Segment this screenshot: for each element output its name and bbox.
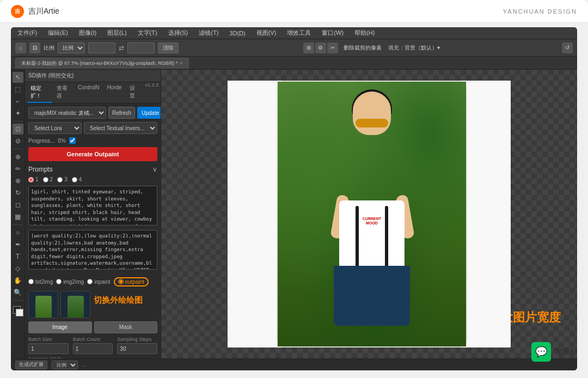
switch-annotation-text: 切换外绘绘图 (94, 295, 143, 306)
fill-label: 删除裁剪的像素 (344, 44, 382, 52)
mask-tab-button[interactable]: Mask (94, 321, 158, 333)
person-sunglasses (356, 119, 388, 127)
menu-help[interactable]: 帮助(H) (352, 29, 377, 37)
tool-gradient[interactable]: ▦ (13, 211, 23, 222)
thumbnail-1[interactable] (28, 291, 58, 318)
ratio-status-select[interactable]: 比例 (52, 361, 78, 369)
tool-lasso[interactable]: ⌐ (13, 96, 23, 107)
lora-row: Select Lora Select Textual Invers... (28, 122, 157, 134)
brand-tagline: YANCHUAN DESIGN (503, 8, 577, 15)
prompt-num-2[interactable]: 2 (43, 176, 53, 182)
height-toolbar-input[interactable] (127, 42, 155, 53)
wechat-badge: 💬 智设AI (531, 342, 577, 362)
menu-select[interactable]: 选择(S) (166, 29, 191, 37)
brand-left: 吉 吉川Artie (11, 5, 59, 18)
model-row: majicMIX realistic 麦橘... Refresh Update (28, 107, 157, 119)
generative-expand-button[interactable]: 生成式扩展 (15, 361, 47, 369)
plugin-body: majicMIX realistic 麦橘... Refresh Update … (25, 103, 161, 358)
home-icon[interactable]: ⌂ (15, 42, 26, 53)
tool-eyedropper[interactable]: ⊘ (13, 136, 23, 147)
tab-stable-diffusion[interactable]: 稳定扩！ (27, 82, 52, 103)
scissors-icon: ✂ (327, 42, 338, 53)
prompt-num-1[interactable]: 1 (28, 176, 39, 182)
menu-3d[interactable]: 3D(D) (227, 30, 247, 36)
menu-text[interactable]: 文字(T) (136, 29, 160, 37)
menu-window[interactable]: 窗口(W) (320, 29, 346, 37)
doc-tab[interactable]: 未标题-2-我始的 @ 67.7% (marco-eu-BKKuY7VsJjg-… (15, 58, 189, 69)
tab-viewer[interactable]: 查看器 (53, 82, 74, 103)
refresh-button[interactable]: Refresh (108, 107, 135, 119)
mode-txt2img[interactable]: txt2img (28, 279, 53, 285)
status-bar: 生成式扩展 比例 ... (11, 358, 577, 370)
prompt-num-3[interactable]: 3 (57, 176, 68, 182)
progress-value: 0% (58, 138, 65, 144)
menu-edit[interactable]: 编辑(E) (46, 29, 70, 37)
batch-count-input[interactable] (73, 343, 113, 354)
person-content: CURRENTMOOD (277, 81, 467, 347)
mode-row: txt2img img2img inpaint outpaint (28, 277, 157, 286)
tool-heal[interactable]: ⊕ (13, 151, 23, 162)
lora-select[interactable]: Select Lora (28, 122, 82, 134)
person-shirt: CURRENTMOOD (339, 200, 405, 271)
tool-dodge[interactable]: ○ (13, 227, 23, 238)
tab-controln[interactable]: ControlN (75, 82, 102, 103)
tool-hand[interactable]: ✋ (13, 275, 23, 286)
tool-brush[interactable]: ✏ (13, 163, 23, 174)
tab-settings[interactable]: 设置 (126, 82, 142, 103)
sampling-steps-input[interactable] (117, 343, 157, 354)
mode-img2img[interactable]: img2img (56, 279, 84, 285)
progress-checkbox[interactable] (69, 137, 76, 144)
doc-tab-close[interactable]: × (180, 60, 182, 66)
ratio-select[interactable]: 比例 (58, 42, 85, 53)
prompts-expand-icon[interactable]: ∨ (152, 166, 157, 173)
tool-pen[interactable]: ✒ (13, 239, 23, 250)
menu-layer[interactable]: 图层(L) (105, 29, 128, 37)
batch-size-input[interactable] (28, 343, 69, 354)
batch-count-field: Batch Count: (73, 337, 113, 355)
menu-view[interactable]: 视图(V) (254, 29, 279, 37)
mode-inpaint[interactable]: inpaint (87, 279, 110, 285)
ps-toolbar: ⌂ ⊡ 比例 比例 ⇄ 清除 ⊞ ⚙ ✂ 删除裁剪的像素 填充：背景（默认）▾ … (11, 39, 577, 57)
generate-outpaint-button[interactable]: Generate Outpaint (28, 147, 157, 161)
fill-bg-label: 填充：背景（默认）▾ (388, 44, 440, 52)
clear-button[interactable]: 清除 (158, 42, 179, 53)
tab-horde[interactable]: Horde (103, 82, 125, 103)
undo-icon[interactable]: ↺ (562, 42, 573, 53)
menu-file[interactable]: 文件(F) (15, 29, 39, 37)
thumbnails-container: 切换外绘绘图 (28, 291, 157, 318)
tool-magic-wand[interactable]: ✦ (13, 108, 23, 119)
image-tab-button[interactable]: Image (28, 321, 92, 333)
fg-bg-colors[interactable] (12, 305, 24, 317)
sampling-steps-label: Sampling Steps (117, 337, 157, 342)
menu-plugins[interactable]: 增效工具 (285, 29, 313, 37)
toolbar-swap-icon: ⇄ (119, 44, 124, 52)
ratio-label: 比例 (44, 44, 54, 52)
tool-zoom[interactable]: 🔍 (13, 287, 23, 298)
model-select[interactable]: majicMIX realistic 麦橘... (28, 107, 106, 119)
prompt-num-4[interactable]: 4 (72, 176, 82, 182)
wechat-text: 智设AI (554, 347, 577, 357)
width-toolbar-input[interactable] (88, 42, 115, 53)
crop-icon[interactable]: ⊡ (29, 42, 40, 53)
tool-shape[interactable]: ◇ (13, 263, 23, 274)
outpaint-option-wrap[interactable]: outpaint (114, 277, 149, 286)
tool-move[interactable]: ↖ (13, 72, 23, 83)
positive-prompt-textarea[interactable]: 1girl, shirt, tinted eyewear, striped, s… (28, 186, 157, 225)
menu-filter[interactable]: 滤镜(T) (197, 29, 220, 37)
tool-text[interactable]: T (13, 251, 23, 262)
thumbnail-2[interactable] (60, 291, 90, 318)
menu-image[interactable]: 图像(I) (77, 29, 99, 37)
update-button[interactable]: Update (137, 107, 161, 119)
person-head (353, 92, 391, 135)
tool-crop[interactable]: ⊡ (13, 124, 23, 135)
doc-tab-title: 未标题-2-我始的 @ 67.7% (marco-eu-BKKuY7VsJjg-… (21, 60, 177, 67)
tool-clone[interactable]: ⊗ (13, 175, 23, 186)
progress-row: Progress... 0% (28, 137, 157, 144)
grid-icon: ⊞ (303, 42, 314, 53)
tool-select-rect[interactable]: ⬚ (13, 84, 23, 95)
textual-select[interactable]: Select Textual Invers... (84, 122, 157, 134)
canvas-area[interactable]: CURRENTMOOD (161, 70, 577, 358)
negative-prompt-textarea[interactable]: (worst quality:2),(low quality:2),(norma… (28, 230, 157, 270)
tool-eraser[interactable]: ◻ (13, 199, 23, 210)
tool-history-brush[interactable]: ↻ (13, 187, 23, 198)
